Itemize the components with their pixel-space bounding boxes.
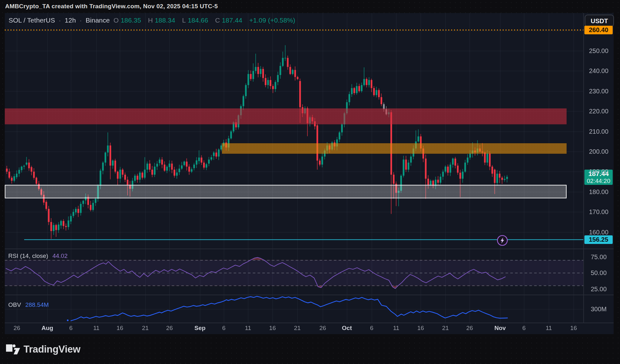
time-tick: 21 — [294, 323, 300, 334]
time-tick: 26 — [319, 323, 326, 334]
obv-tick: 300M — [584, 305, 614, 313]
time-tick: 6 — [522, 323, 526, 334]
rsi-name[interactable]: RSI (14, close) — [8, 253, 48, 259]
obv-pane-title: OBV 288.54M — [8, 301, 49, 308]
support-price-label[interactable]: 156.25 — [584, 235, 613, 244]
obv-value: 288.54M — [25, 301, 49, 308]
time-axis[interactable]: 26Aug611162126Sep611162126Oct611162126No… — [5, 323, 584, 334]
alert-lightning-badge[interactable] — [497, 235, 508, 246]
time-tick: 6 — [69, 323, 73, 334]
symbol-name[interactable]: SOL / TetherUS — [9, 17, 55, 24]
change-label: +1.09 (+0.58%) — [249, 17, 295, 24]
time-tick: 26 — [13, 323, 20, 334]
time-tick: Nov — [494, 323, 506, 334]
symbol-bar: SOL / TetherUS · 12h · Binance O186.35 H… — [9, 17, 297, 24]
time-tick: Sep — [195, 323, 206, 334]
rsi-tick: 25.00 — [584, 285, 614, 293]
price-tick: 220.00 — [584, 107, 614, 115]
separator: · — [59, 17, 61, 24]
alert-price-label[interactable]: 260.40 — [584, 26, 613, 34]
chart-canvas[interactable] — [5, 13, 614, 334]
ohlc-open: O186.35 — [114, 17, 143, 24]
rsi-value: 44.02 — [52, 253, 68, 259]
time-tick: 6 — [222, 323, 226, 334]
time-tick: 21 — [142, 323, 148, 334]
time-tick: 11 — [546, 323, 552, 334]
tradingview-wordmark[interactable]: TradingView — [24, 344, 80, 355]
time-tick: 11 — [245, 323, 251, 334]
price-axis[interactable]: 260.40 187.44 02:44:20 156.25 250.00240.… — [584, 13, 614, 323]
price-tick: 170.00 — [584, 208, 614, 216]
time-tick: 21 — [442, 323, 449, 334]
time-tick: 6 — [370, 323, 374, 334]
price-tick: 160.00 — [584, 228, 614, 236]
price-tick: 210.00 — [584, 128, 614, 135]
time-tick: 16 — [269, 323, 276, 334]
interval-label[interactable]: 12h — [65, 17, 76, 24]
footer-bar: TradingView — [0, 334, 620, 364]
obv-name[interactable]: OBV — [8, 301, 21, 308]
rsi-tick: 75.00 — [584, 253, 614, 261]
time-tick: 16 — [570, 323, 577, 334]
time-tick: 11 — [93, 323, 100, 334]
page: AMBCrypto_TA created with TradingView.co… — [0, 0, 620, 364]
time-tick: Oct — [342, 323, 352, 334]
price-tick: 190.00 — [584, 168, 614, 175]
price-tick: 250.00 — [584, 47, 614, 55]
price-tick: 200.00 — [584, 148, 614, 155]
time-tick: Aug — [42, 323, 53, 334]
time-tick: 16 — [417, 323, 424, 334]
attribution-text: AMBCrypto_TA created with TradingView.co… — [5, 3, 218, 10]
time-tick: 26 — [166, 323, 173, 334]
ohlc-low: L184.66 — [182, 17, 210, 24]
time-tick: 16 — [116, 323, 123, 334]
bar-countdown: 02:44:20 — [584, 178, 613, 184]
rsi-tick: 50.00 — [584, 269, 614, 277]
price-tick: 240.00 — [584, 67, 614, 75]
rsi-pane-title: RSI (14, close) 44.02 — [8, 253, 68, 260]
tradingview-logo-icon[interactable] — [6, 344, 20, 355]
separator: · — [79, 17, 82, 24]
time-tick: 11 — [393, 323, 399, 334]
lightning-icon — [497, 235, 508, 246]
exchange-label: Binance — [86, 17, 110, 24]
price-tick: 180.00 — [584, 188, 614, 196]
time-tick: 26 — [466, 323, 473, 334]
price-tick: 230.00 — [584, 87, 614, 95]
ohlc-close: C187.44 — [215, 17, 244, 24]
chart-widget: SOL / TetherUS · 12h · Binance O186.35 H… — [5, 13, 614, 334]
ohlc-high: H188.34 — [148, 17, 177, 24]
